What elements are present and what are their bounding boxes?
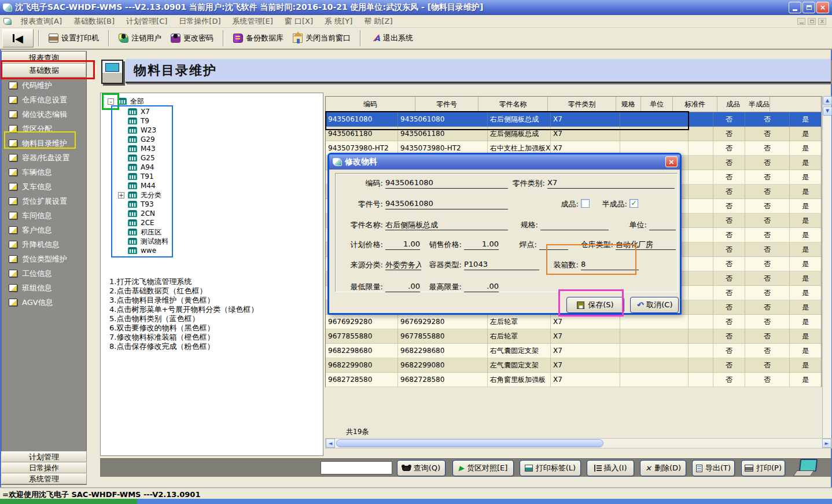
menu-item[interactable]: 报表查询[A] [15, 15, 68, 28]
menu-item[interactable]: 日常操作[D] [173, 15, 226, 28]
zone-compare-button[interactable]: ▶货区对照[E] [452, 460, 514, 476]
mdi-minimize-icon[interactable] [797, 18, 805, 25]
scroll-down-icon[interactable]: ▼ [823, 106, 832, 116]
print-label-button[interactable]: 打印标签(L) [520, 460, 581, 476]
set-printer-button[interactable]: 设置打印机 [44, 31, 104, 46]
record-count: 共19条 [346, 427, 369, 437]
cancel-button[interactable]: ↶取消(C) [630, 297, 679, 313]
sidebar: 报表查询 基础数据 代码维护 仓库信息设置 储位状态编辑 [1, 51, 87, 485]
dialog-close-button[interactable]: × [665, 156, 678, 167]
menu-item[interactable]: 基础数据[B] [68, 15, 120, 28]
column-header[interactable]: 半成品 [749, 97, 770, 112]
cell-unit [689, 300, 713, 315]
column-header[interactable]: 零件类别 [548, 97, 616, 112]
instruction-line: 8.点击保存修改完成（粉色框） [109, 342, 258, 351]
sidebar-item[interactable]: 客户信息 [2, 223, 86, 237]
cell-standard: 否 [713, 112, 745, 127]
spec-field[interactable] [540, 220, 609, 230]
sidebar-item[interactable]: 仓库信息设置 [2, 93, 86, 107]
vertical-scrollbar[interactable]: ▲ ▼ [822, 96, 831, 438]
table-row[interactable]: 9682298680 9682298680 右气囊固定支架 X7 否 否 是 [326, 344, 821, 358]
cell-semi-finished: 是 [790, 271, 821, 286]
delete-button[interactable]: ✕删除(D) [640, 460, 686, 476]
category-field[interactable]: X7 [547, 178, 675, 189]
min-limit-field[interactable]: .00 [385, 282, 420, 292]
logout-user-button[interactable]: 注销用户 [114, 31, 166, 46]
annotation-box-pink [558, 289, 624, 317]
code-field[interactable]: 9435061080 [385, 178, 508, 189]
change-password-button[interactable]: 更改密码 [166, 31, 218, 46]
table-row[interactable]: 9677855880 9677855880 右后轮罩 X7 否 否 是 [326, 329, 821, 344]
scroll-up-icon[interactable]: ▲ [823, 96, 832, 105]
menu-item[interactable]: 窗 口[X] [279, 15, 319, 28]
cell-standard: 否 [713, 156, 745, 170]
mdi-close-icon[interactable]: x [818, 18, 826, 25]
column-header[interactable]: 成品 [717, 97, 749, 112]
sidebar-item[interactable]: 货位扩展设置 [2, 194, 86, 208]
sidebar-item[interactable]: 工位信息 [2, 266, 86, 281]
back-button[interactable]: ◀ [2, 29, 34, 47]
cell-semi-finished: 是 [790, 257, 821, 271]
search-input[interactable] [321, 461, 392, 474]
menu-item[interactable]: 系 统[Y] [319, 15, 358, 28]
horizontal-scrollbar[interactable]: ◄ ► [325, 438, 832, 448]
table-row[interactable]: 9682728580 9682728580 右角窗里板加强板 X7 否 否 是 [326, 373, 821, 387]
sidebar-item[interactable]: 货位类型维护 [2, 252, 86, 266]
backup-database-button[interactable]: 备份数据库 [229, 31, 288, 46]
insert-button[interactable]: 插入(I) [587, 460, 634, 476]
part-no-field[interactable]: 9435061080 [385, 199, 508, 209]
finished-checkbox[interactable] [581, 199, 590, 208]
sidebar-item[interactable]: 叉车信息 [2, 179, 86, 194]
cell-unit [689, 344, 713, 358]
export-button[interactable]: 导出(T) [692, 460, 735, 476]
sidebar-item-icon [9, 241, 17, 248]
sidebar-item[interactable]: 容器/托盘设置 [2, 150, 86, 165]
exit-system-button[interactable]: A退出系统 [366, 31, 418, 46]
sidebar-item[interactable]: AGV信息 [2, 295, 86, 310]
max-limit-field[interactable]: .00 [464, 282, 499, 292]
query-button[interactable]: 查询(Q) [397, 460, 446, 476]
unit-field[interactable] [649, 220, 676, 230]
cell-finished: 否 [745, 185, 790, 199]
scroll-left-icon[interactable]: ◄ [326, 439, 335, 448]
restore-button[interactable] [802, 2, 815, 13]
print-button[interactable]: 打印(P) [741, 460, 785, 476]
sale-price-field[interactable]: 1.00 [464, 240, 499, 250]
sidebar-item[interactable]: 代码维护 [2, 78, 86, 93]
sidebar-item[interactable]: 车辆信息 [2, 165, 86, 179]
sidebar-item-label: 班组信息 [22, 283, 52, 293]
cell-spec [620, 373, 689, 387]
column-header[interactable]: 标准件 [673, 97, 717, 112]
source-field[interactable]: 外委劳务入 [385, 260, 421, 270]
close-button[interactable]: × [816, 2, 829, 13]
scrollbar-thumb[interactable] [336, 439, 603, 447]
column-header[interactable]: 规格 [616, 97, 641, 112]
close-current-window-button[interactable]: 关闭当前窗口 [288, 31, 355, 46]
sidebar-item[interactable]: 车间信息 [2, 208, 86, 223]
cell-semi-finished: 是 [790, 170, 821, 185]
sidebar-section-plan[interactable]: 计划管理 [1, 451, 87, 462]
name-field[interactable]: 右后侧隔板总成 [385, 220, 508, 230]
cell-part-no: 9682299080 [398, 358, 488, 373]
sidebar-section-system[interactable]: 系统管理 [1, 473, 87, 484]
menu-item[interactable]: 系统管理[E] [227, 15, 279, 28]
table-row[interactable]: 9682299080 9682299080 左气囊固定支架 X7 否 否 是 [326, 358, 821, 373]
column-header[interactable]: 编码 [326, 97, 415, 112]
minimize-button[interactable] [789, 2, 801, 13]
container-type-field[interactable]: P1043 [464, 260, 539, 270]
column-header[interactable]: 零件名称 [478, 97, 548, 112]
menu-item[interactable]: 计划管理[C] [120, 15, 173, 28]
mdi-restore-icon[interactable] [808, 18, 816, 25]
menu-item[interactable]: 帮 助[Z] [358, 15, 398, 28]
sidebar-item[interactable]: 升降机信息 [2, 237, 86, 252]
sidebar-item[interactable]: 班组信息 [2, 281, 86, 295]
table-row[interactable]: 9676929280 9676929280 左后轮罩 X7 否 否 是 [326, 315, 821, 329]
cell-finished: 否 [745, 156, 790, 170]
semi-finished-checkbox[interactable]: ✓ [629, 199, 638, 208]
scroll-right-icon[interactable]: ► [822, 439, 831, 448]
column-header[interactable]: 单位 [641, 97, 673, 112]
column-header[interactable]: 零件号 [415, 97, 478, 112]
sidebar-item[interactable]: 储位状态编辑 [2, 107, 86, 122]
plan-price-field[interactable]: 1.00 [385, 240, 420, 250]
sidebar-section-daily[interactable]: 日常操作 [1, 462, 87, 473]
